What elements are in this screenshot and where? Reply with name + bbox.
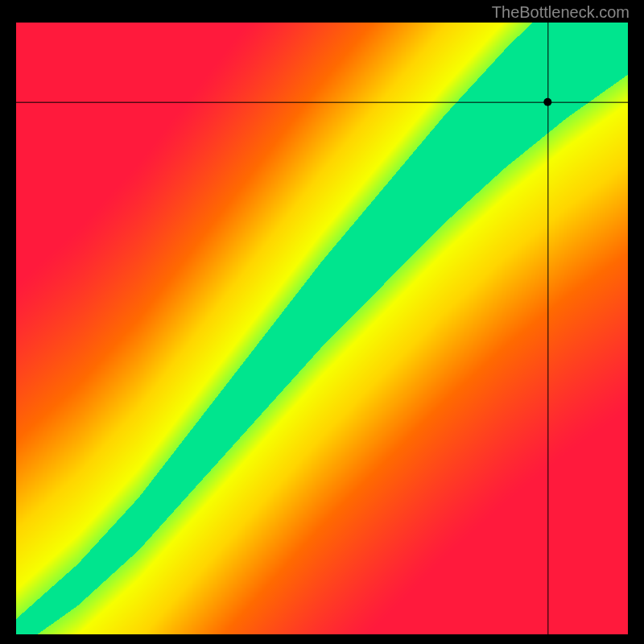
watermark-text: TheBottleneck.com [492,3,630,22]
heatmap-canvas [16,23,628,634]
chart-container: TheBottleneck.com [0,0,644,644]
